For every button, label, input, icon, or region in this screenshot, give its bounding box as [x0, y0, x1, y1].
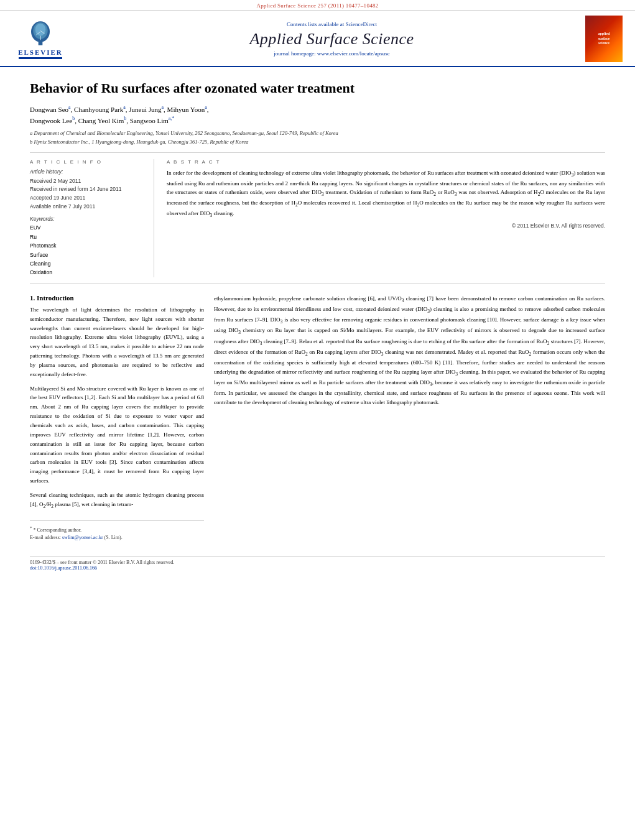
- svg-point-3: [35, 23, 46, 35]
- journal-citation-bar: Applied Surface Science 257 (2011) 10477…: [0, 0, 635, 11]
- cover-text: applied surface science: [596, 30, 611, 47]
- contents-lists-text: Contents lists available at: [287, 21, 344, 27]
- intro-paragraph-3: Several cleaning techniques, such as the…: [30, 491, 204, 510]
- elsevier-brand-text: ELSEVIER: [18, 48, 63, 56]
- sciencedirect-line: Contents lists available at ScienceDirec…: [78, 21, 585, 27]
- keyword-surface: Surface: [30, 251, 144, 259]
- body-right-column: ethylammonium hydroxide, propylene carbo…: [214, 294, 605, 542]
- elsevier-tree-icon: [25, 19, 56, 47]
- page-footer: 0169-4332/$ – see front matter © 2011 El…: [30, 556, 605, 571]
- page-wrapper: Applied Surface Science 257 (2011) 10477…: [0, 0, 635, 840]
- elsevier-logo: ELSEVIER: [12, 19, 68, 59]
- main-content: Behavior of Ru surfaces after ozonated w…: [0, 67, 635, 583]
- body-left-column: 1. Introduction The wavelength of light …: [30, 294, 204, 542]
- abstract-text: In order for the development of cleaning…: [167, 168, 605, 219]
- keyword-oxidation: Oxidation: [30, 268, 144, 277]
- homepage-url[interactable]: www.elsevier.com/locate/apsusc: [317, 50, 390, 57]
- intro-paragraph-4: ethylammonium hydroxide, propylene carbo…: [214, 294, 605, 407]
- keywords-label: Keywords:: [30, 216, 144, 222]
- sciencedirect-link-text[interactable]: ScienceDirect: [346, 21, 377, 27]
- intro-paragraph-1: The wavelength of light determines the r…: [30, 305, 204, 379]
- body-content: 1. Introduction The wavelength of light …: [30, 294, 605, 542]
- footnote-section: * * Corresponding author. E-mail address…: [30, 520, 204, 542]
- journal-cover-image: applied surface science: [585, 16, 623, 62]
- footer-issn: 0169-4332/$ – see front matter © 2011 El…: [30, 560, 605, 565]
- journal-citation-text: Applied Surface Science 257 (2011) 10477…: [256, 2, 378, 9]
- footer-doi[interactable]: doi:10.1016/j.apsusc.2011.06.166: [30, 565, 605, 571]
- received-revised-date: Received in revised form 14 June 2011: [30, 185, 144, 194]
- divider-1: [30, 152, 605, 153]
- available-date: Available online 7 July 2011: [30, 203, 144, 211]
- authors-line: Dongwan Seoa, Chanhyoung Parka, Juneui J…: [30, 104, 605, 127]
- keyword-euv: EUV: [30, 223, 144, 232]
- section1-title-text: Introduction: [37, 294, 74, 302]
- received-date: Received 2 May 2011: [30, 177, 144, 186]
- journal-header: ELSEVIER Contents lists available at Sci…: [0, 11, 635, 67]
- article-columns: A R T I C L E I N F O Article history: R…: [30, 159, 605, 277]
- abstract-header: A B S T R A C T: [167, 159, 605, 165]
- section1-title: 1. Introduction: [30, 294, 204, 302]
- keyword-cleaning: Cleaning: [30, 259, 144, 268]
- section1-number: 1.: [30, 294, 35, 302]
- affiliation-b: b Hynix Semiconductor Inc., 1 Hyangjeong…: [30, 139, 605, 146]
- keyword-photomask: Photomask: [30, 241, 144, 250]
- journal-title: Applied Surface Science: [78, 30, 585, 48]
- copyright-notice: © 2011 Elsevier B.V. All rights reserved…: [167, 223, 605, 229]
- homepage-label: journal homepage:: [274, 50, 315, 57]
- abstract-column: A B S T R A C T In order for the develop…: [167, 159, 605, 277]
- elsevier-bar: [19, 57, 62, 59]
- accepted-date: Accepted 19 June 2011: [30, 194, 144, 203]
- article-title: Behavior of Ru surfaces after ozonated w…: [30, 80, 605, 98]
- divider-2: [30, 284, 605, 284]
- affiliation-a: a Department of Chemical and Biomolecula…: [30, 130, 605, 137]
- journal-homepage-line: journal homepage: www.elsevier.com/locat…: [78, 50, 585, 57]
- history-label: Article history:: [30, 168, 144, 175]
- article-info-column: A R T I C L E I N F O Article history: R…: [30, 159, 154, 277]
- article-info-header: A R T I C L E I N F O: [30, 159, 144, 165]
- keyword-ru: Ru: [30, 233, 144, 241]
- intro-paragraph-2: Multilayered Si and Mo structure covered…: [30, 384, 204, 486]
- footnote-star: * * Corresponding author.: [30, 525, 204, 534]
- footnote-email-link[interactable]: swlim@yonsei.ac.kr: [62, 535, 103, 540]
- footnote-email: E-mail address: swlim@yonsei.ac.kr (S. L…: [30, 534, 204, 542]
- header-center: Contents lists available at ScienceDirec…: [78, 21, 585, 57]
